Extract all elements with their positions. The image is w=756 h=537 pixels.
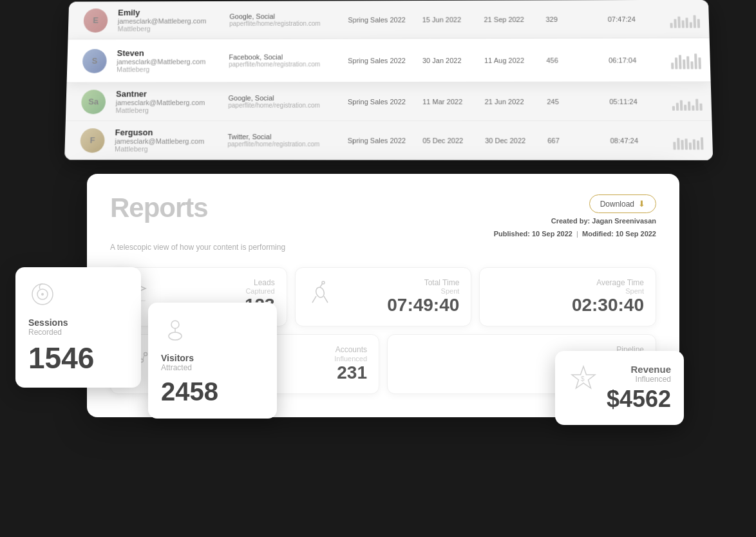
avatar: S (82, 49, 107, 73)
table-row[interactable]: E Emily jamesclark@Mattleberg.com Mattle… (68, 0, 710, 39)
user-email: jamesclark@Mattleberg.com (118, 17, 220, 24)
total-time-value: 07:49:40 (387, 295, 459, 316)
sessions-count: 456 (546, 56, 598, 64)
user-company: Mattleberg (117, 65, 218, 73)
end-date: 21 Jun 2022 (485, 97, 537, 105)
source-url: paperflite/home/registration.com (229, 61, 337, 68)
user-company: Mattleberg (115, 145, 218, 153)
revenue-label-top: Revenue (607, 364, 671, 375)
user-info: Steven jamesclark@Mattleberg.com Mattleb… (117, 48, 219, 73)
user-company: Mattleberg (117, 24, 219, 32)
leads-label-bottom: Captured (245, 287, 275, 295)
user-info: Ferguson jamesclark@Mattleberg.com Mattl… (115, 127, 218, 153)
accounts-value: 231 (334, 363, 367, 383)
user-name: Santner (116, 89, 218, 99)
source-url: paperflite/home/registration.com (227, 140, 337, 147)
mini-chart (670, 10, 700, 28)
table-panel: E Emily jamesclark@Mattleberg.com Mattle… (64, 0, 713, 160)
user-info: Emily jamesclark@Mattleberg.com Mattlebe… (117, 8, 219, 33)
end-date: 11 Aug 2022 (484, 56, 536, 64)
svg-point-7 (322, 281, 325, 284)
start-date: 15 Jun 2022 (422, 15, 474, 23)
avg-time-label-top: Average Time (572, 278, 644, 287)
telescope-icon-svg (307, 278, 335, 306)
visitors-icon-svg (161, 316, 189, 344)
campaign: Spring Sales 2022 (348, 57, 412, 64)
campaign: Spring Sales 2022 (348, 97, 412, 105)
reports-subtitle: A telescopic view of how your content is… (110, 243, 656, 252)
avatar: Sa (81, 90, 106, 114)
sessions-count: 245 (547, 97, 599, 105)
mini-chart (673, 131, 704, 149)
end-date: 30 Dec 2022 (485, 137, 537, 144)
telescope-icon (307, 278, 335, 309)
stat-card-visitors: Visitors Attracted 2458 (148, 303, 277, 419)
start-date: 11 Mar 2022 (422, 97, 474, 105)
stat-card-sessions: Sessions Recorded 1546 (15, 267, 141, 388)
visitors-label-sub: Attracted (161, 363, 264, 372)
avatar: E (83, 8, 108, 32)
user-name: Ferguson (115, 127, 217, 137)
revenue-icon: $ (568, 364, 599, 397)
visitors-value: 2458 (161, 377, 264, 406)
reports-meta-dates: Published: 10 Sep 2022 | Modified: 10 Se… (494, 230, 656, 238)
source-info: Facebook, Social paperflite/home/registr… (229, 53, 337, 68)
user-email: jamesclark@Mattleberg.com (116, 99, 218, 106)
mini-chart (672, 92, 702, 110)
download-icon: ⬇ (638, 199, 645, 209)
accounts-label-top: Accounts (334, 345, 367, 354)
avg-time-label-bottom: Spent (572, 287, 644, 295)
avatar: F (80, 128, 105, 153)
total-time-label-bottom: Spent (387, 287, 459, 295)
download-label: Download (600, 200, 634, 209)
svg-line-14 (143, 355, 144, 359)
metric-avg-time: Average Time Spent 02:30:40 (479, 267, 656, 326)
user-info: Santner jamesclark@Mattleberg.com Mattle… (115, 89, 218, 114)
end-date: 21 Sep 2022 (484, 15, 535, 23)
svg-point-18 (171, 321, 179, 328)
svg-point-17 (41, 293, 44, 296)
table-row[interactable]: F Ferguson jamesclark@Mattleberg.com Mat… (64, 121, 713, 160)
duration: 06:17:04 (609, 56, 661, 64)
user-company: Mattleberg (115, 106, 218, 114)
duration: 05:11:24 (609, 97, 661, 105)
user-name: Steven (117, 48, 218, 58)
sessions-count: 329 (545, 15, 597, 23)
source-name: Google, Social (229, 12, 337, 20)
visitors-icon (161, 335, 189, 346)
mini-chart (671, 51, 701, 69)
table-row[interactable]: Sa Santner jamesclark@Mattleberg.com Mat… (66, 82, 712, 121)
avg-time-value: 02:30:40 (572, 295, 644, 316)
revenue-value: $4562 (607, 386, 671, 412)
source-name: Twitter, Social (228, 133, 337, 140)
svg-line-4 (312, 296, 316, 303)
source-url: paperflite/home/registration.com (228, 102, 337, 109)
sessions-icon (28, 299, 57, 310)
accounts-label-bottom: Influenced (334, 355, 367, 363)
revenue-label-bottom: Influenced (607, 375, 671, 384)
user-email: jamesclark@Mattleberg.com (117, 58, 218, 66)
download-button[interactable]: Download ⬇ (589, 194, 656, 213)
campaign: Spring Sales 2022 (348, 137, 413, 144)
svg-point-11 (144, 353, 147, 356)
sessions-label-main: Sessions (28, 317, 128, 328)
sessions-count: 667 (547, 137, 600, 144)
source-info: Twitter, Social paperflite/home/registra… (227, 133, 337, 147)
reports-meta-created: Created by: Jagan Sreenivasan (551, 217, 656, 225)
duration: 07:47:24 (608, 15, 660, 23)
source-url: paperflite/home/registration.com (229, 20, 337, 27)
source-info: Google, Social paperflite/home/registrat… (229, 12, 337, 27)
sessions-label-sub: Recorded (28, 328, 128, 337)
svg-line-5 (324, 296, 328, 303)
reports-header: Reports Download ⬇ Created by: Jagan Sre… (110, 194, 656, 239)
user-name: Emily (118, 8, 220, 17)
total-time-label-top: Total Time (387, 278, 459, 287)
source-name: Facebook, Social (229, 53, 337, 61)
table-row-highlighted[interactable]: S Steven jamesclark@Mattleberg.com Mattl… (67, 38, 711, 82)
duration: 08:47:24 (610, 137, 663, 144)
start-date: 05 Dec 2022 (422, 137, 475, 144)
svg-point-19 (169, 332, 182, 340)
source-info: Google, Social paperflite/home/registrat… (228, 94, 337, 109)
sessions-value: 1546 (28, 342, 128, 375)
start-date: 30 Jan 2022 (422, 56, 474, 64)
